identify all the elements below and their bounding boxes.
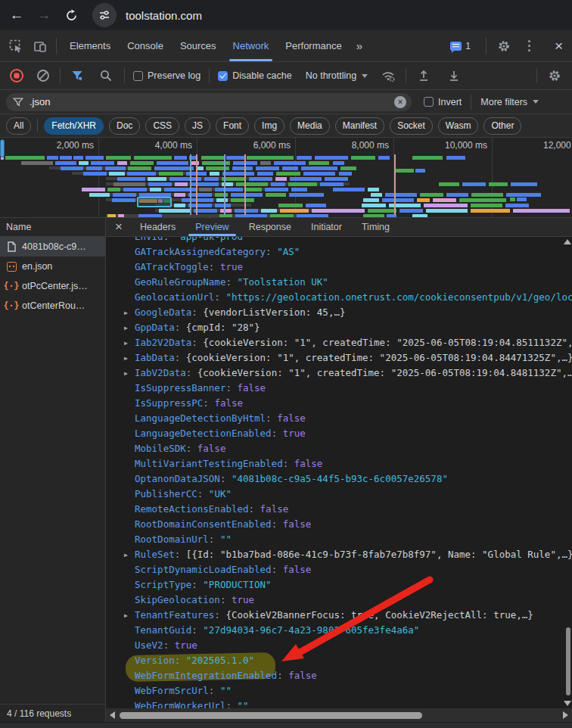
json-line[interactable]: ▶TenantFeatures: {CookieV2BannerFocus: t… xyxy=(106,608,572,623)
json-line[interactable]: LanguageDetectionEnabled: true xyxy=(106,426,572,441)
json-line[interactable]: ▶IabData: {cookieVersion: "1", createdTi… xyxy=(106,350,572,366)
detail-tab-timing[interactable]: Timing xyxy=(352,218,399,236)
disable-cache-checkbox[interactable] xyxy=(218,71,228,81)
network-overview[interactable]: 2,000 ms4,000 ms6,000 ms8,000 ms10,000 m… xyxy=(0,138,572,218)
export-har-button[interactable] xyxy=(444,66,464,86)
json-line[interactable]: TenantGuid: "27d94034-96c7-4a23-9802-605… xyxy=(106,623,572,638)
device-toolbar-button[interactable] xyxy=(30,36,50,56)
chip-doc[interactable]: Doc xyxy=(109,117,140,135)
more-filters-button[interactable]: More filters xyxy=(480,97,527,107)
inspect-element-button[interactable] xyxy=(6,36,26,56)
kebab-menu-icon[interactable] xyxy=(520,36,539,56)
json-line[interactable]: MultiVariantTestingEnabled: false xyxy=(106,456,572,471)
hscroll-right-icon[interactable] xyxy=(563,711,568,719)
json-line[interactable]: PublisherCC: "UK" xyxy=(106,487,572,502)
json-line[interactable]: EnvId: "app-uk-prod" xyxy=(106,237,572,244)
filter-button[interactable] xyxy=(67,66,87,86)
expand-triangle-icon[interactable]: ▶ xyxy=(124,608,128,624)
json-line[interactable]: RootDomainUrl: "" xyxy=(106,532,572,547)
preserve-log-checkbox[interactable] xyxy=(133,71,143,81)
tab-performance[interactable]: Performance xyxy=(277,30,350,61)
hscrollbar[interactable] xyxy=(106,708,572,722)
record-network-log-button[interactable] xyxy=(7,66,26,86)
json-line[interactable]: ▶GppData: {cmpId: "28"} xyxy=(106,320,572,335)
vscroll-thumb[interactable] xyxy=(566,627,570,695)
json-line[interactable]: RemoteActionsEnabled: false xyxy=(106,502,572,517)
chip-font[interactable]: Font xyxy=(216,117,249,135)
hscroll-thumb[interactable] xyxy=(120,712,422,719)
chip-fetch-xhr[interactable]: Fetch/XHR xyxy=(44,117,104,135)
expand-triangle-icon[interactable]: ▶ xyxy=(124,351,128,366)
expand-triangle-icon[interactable]: ▶ xyxy=(124,366,128,381)
tab-network[interactable]: Network xyxy=(225,30,278,61)
json-line[interactable]: UseV2: true xyxy=(106,638,572,653)
request-row[interactable]: {·}otCenterRou… xyxy=(0,296,105,316)
hscroll-left-icon[interactable] xyxy=(110,711,115,719)
back-icon[interactable]: ← xyxy=(6,5,27,26)
search-button[interactable] xyxy=(96,66,116,86)
json-line[interactable]: ▶IabV2Data: {cookieVersion: "1", created… xyxy=(106,366,572,381)
import-har-button[interactable] xyxy=(414,66,434,86)
json-line[interactable]: GeoRuleGroupName: "Toolstation UK" xyxy=(106,275,572,290)
json-line[interactable]: ▶Iab2V2Data: {cookieVersion: "1", create… xyxy=(106,335,572,350)
request-row[interactable]: {·}otPcCenter.js… xyxy=(0,276,105,296)
tab-sources[interactable]: Sources xyxy=(172,30,225,61)
address-bar-url[interactable]: toolstation.com xyxy=(126,9,202,22)
close-devtools-icon[interactable]: × xyxy=(546,38,572,54)
detail-tab-preview[interactable]: Preview xyxy=(185,218,238,236)
chip-socket[interactable]: Socket xyxy=(390,117,433,135)
network-settings-gear-icon[interactable] xyxy=(545,66,564,86)
throttling-select[interactable]: No throttling xyxy=(306,70,356,81)
chip-img[interactable]: Img xyxy=(254,117,284,135)
reload-icon[interactable] xyxy=(61,5,82,26)
chip-all[interactable]: All xyxy=(6,117,31,135)
filter-input[interactable]: .json × xyxy=(6,93,412,111)
json-line[interactable]: WebFormWorkerUrl: "" xyxy=(106,698,572,708)
json-line[interactable]: IsSuppressBanner: false xyxy=(106,381,572,396)
expand-triangle-icon[interactable]: ▶ xyxy=(124,548,128,563)
site-info-button[interactable] xyxy=(92,3,117,27)
filter-input-value[interactable]: .json xyxy=(30,96,50,107)
json-line[interactable]: ▶GoogleData: {vendorListVersion: 45,…} xyxy=(106,305,572,320)
expand-triangle-icon[interactable]: ▶ xyxy=(124,321,128,336)
request-row[interactable]: en.json xyxy=(0,257,105,276)
overview-scroll-pill[interactable] xyxy=(0,139,5,157)
close-detail-icon[interactable]: × xyxy=(106,219,130,235)
clear-network-log-button[interactable] xyxy=(33,66,53,86)
clear-filter-icon[interactable]: × xyxy=(394,96,406,108)
tab-console[interactable]: Console xyxy=(119,30,172,61)
json-line[interactable]: MobileSDK: false xyxy=(106,441,572,456)
expand-triangle-icon[interactable]: ▶ xyxy=(124,336,128,351)
json-line[interactable]: WebFormIntegrationEnabled: false xyxy=(106,668,572,683)
settings-gear-icon[interactable] xyxy=(494,36,514,56)
vscroll-up-icon[interactable] xyxy=(564,239,571,244)
invert-checkbox[interactable] xyxy=(424,97,434,107)
forward-icon[interactable]: → xyxy=(33,5,54,26)
name-column-header[interactable]: Name xyxy=(0,218,105,237)
vscroll-down-icon[interactable] xyxy=(564,701,571,706)
json-line[interactable]: LanguageDetectionByHtml: false xyxy=(106,411,572,426)
json-line[interactable]: ScriptType: "PRODUCTION" xyxy=(106,577,572,593)
json-line[interactable]: WebFormSrcUrl: "" xyxy=(106,683,572,698)
detail-tab-initiator[interactable]: Initiator xyxy=(301,218,352,236)
json-line[interactable]: OptanonDataJSON: "4081b08c-c9a5-44f5-b93… xyxy=(106,471,572,487)
json-line[interactable]: GATrackAssignedCategory: "AS" xyxy=(106,244,572,260)
request-row[interactable]: 4081b08c-c9… xyxy=(0,237,105,257)
chip-wasm[interactable]: Wasm xyxy=(438,117,479,135)
network-conditions-button[interactable] xyxy=(378,66,398,86)
json-line[interactable]: ScriptDynamicLoadEnabled: false xyxy=(106,562,572,577)
chip-css[interactable]: CSS xyxy=(145,117,179,135)
json-line[interactable]: SkipGeolocation: true xyxy=(106,593,572,608)
chip-other[interactable]: Other xyxy=(483,117,521,135)
json-line[interactable]: IsSuppressPC: false xyxy=(106,396,572,411)
json-line-highlighted[interactable]: Version: "202505.1.0" xyxy=(106,653,572,668)
tab-elements[interactable]: Elements xyxy=(61,30,119,61)
expand-triangle-icon[interactable]: ▶ xyxy=(124,306,128,321)
detail-tab-response[interactable]: Response xyxy=(239,218,301,236)
detail-tab-headers[interactable]: Headers xyxy=(130,218,185,236)
more-tabs-button[interactable]: » xyxy=(350,39,368,52)
issues-icon[interactable] xyxy=(450,42,462,51)
chip-media[interactable]: Media xyxy=(290,117,330,135)
json-line[interactable]: GeolocationUrl: "https://geolocation.one… xyxy=(106,290,572,305)
chip-js[interactable]: JS xyxy=(185,117,210,135)
